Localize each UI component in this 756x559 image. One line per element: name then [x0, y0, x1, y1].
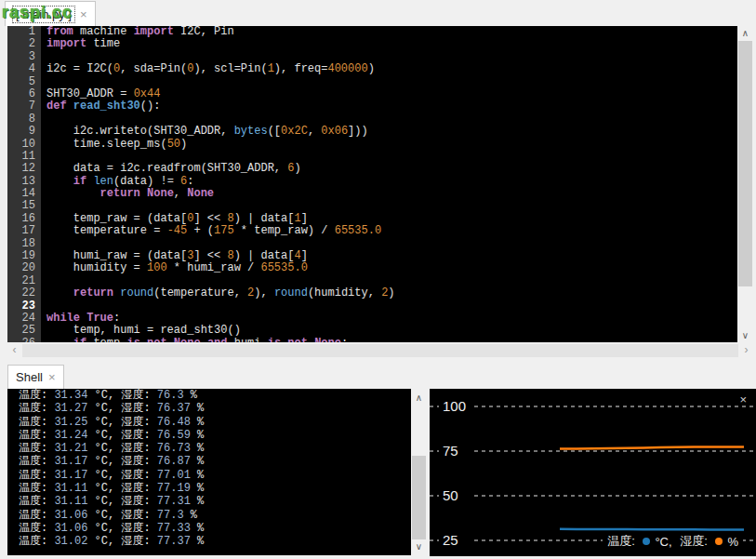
line-number: 12	[7, 163, 41, 175]
line-number: 9	[7, 126, 41, 138]
shell-scroll-down-icon[interactable]: ∨	[411, 539, 427, 553]
line-number: 22	[7, 287, 41, 299]
code-text	[41, 76, 46, 88]
code-text: temp, humi = read_sht30()	[41, 325, 241, 337]
code-text	[41, 300, 46, 313]
code-text: if len(data) != 6:	[41, 176, 193, 188]
tab-shell[interactable]: Shell ×	[7, 365, 64, 389]
code-text	[41, 51, 46, 63]
code-line: 12 data = i2c.readfrom(SHT30_ADDR, 6)	[7, 163, 737, 175]
tab-main-py[interactable]: [ main.py ] ×	[5, 1, 96, 26]
shell-vertical-scrollbar[interactable]: ∧ ∨	[411, 389, 427, 555]
line-number: 2	[7, 38, 41, 50]
code-line: 2import time	[7, 38, 737, 50]
code-line: 24while True:	[7, 313, 737, 325]
code-line: 20 humidity = 100 * humi_raw / 65535.0	[7, 262, 737, 274]
svg-text:75: 75	[443, 443, 458, 459]
code-line: 22 return round(temperature, 2), round(h…	[7, 287, 737, 299]
legend-humidity-label: 湿度:	[680, 533, 710, 550]
line-number: 24	[7, 313, 41, 325]
line-number: 26	[7, 338, 41, 342]
code-text: def read_sht30():	[41, 100, 160, 113]
code-line: 6SHT30_ADDR = 0x44	[7, 88, 737, 100]
shell-line: 温度: 31.34 °C, 湿度: 76.3 %	[7, 389, 411, 402]
shell-line: 温度: 31.06 °C, 湿度: 77.33 %	[7, 522, 411, 535]
code-text: i2c.writeto(SHT30_ADDR, bytes([0x2C, 0x0…	[41, 126, 368, 138]
shell-line: 温度: 31.06 °C, 湿度: 77.3 %	[7, 509, 411, 522]
code-editor[interactable]: 1from machine import I2C, Pin2import tim…	[7, 26, 737, 342]
plotter-close-icon[interactable]: ×	[739, 393, 747, 406]
code-line: 13 if len(data) != 6:	[7, 176, 737, 188]
shell-scroll-up-icon[interactable]: ∧	[411, 391, 427, 405]
line-number: 20	[7, 262, 41, 274]
code-text: humi_raw = (data[3] << 8) | data[4]	[41, 250, 308, 262]
code-line: 17 temperature = -45 + (175 * temp_raw) …	[7, 225, 737, 237]
shell-line: 温度: 31.25 °C, 湿度: 76.48 %	[7, 416, 411, 429]
line-number: 13	[7, 176, 41, 188]
scroll-left-icon[interactable]: ‹	[7, 343, 21, 358]
tab-shell-close-icon[interactable]: ×	[48, 370, 56, 384]
line-number: 19	[7, 250, 41, 262]
tab-main-py-label: [ main.py ]	[13, 7, 74, 22]
code-line: 10 time.sleep_ms(50)	[7, 139, 737, 151]
line-number: 5	[7, 76, 41, 88]
code-text	[41, 238, 46, 250]
code-text: while True:	[41, 313, 120, 325]
scroll-right-icon[interactable]: ›	[739, 343, 753, 358]
legend-humidity-unit: %	[727, 535, 738, 549]
editor-scroll-thumb[interactable]	[738, 41, 752, 286]
code-text: return None, None	[41, 188, 214, 200]
editor-hscroll-thumb[interactable]	[22, 344, 738, 357]
line-number: 3	[7, 51, 41, 63]
plotter-chart: 100755025	[430, 389, 756, 556]
code-line: 4i2c = I2C(0, sda=Pin(0), scl=Pin(1), fr…	[7, 63, 737, 75]
code-line: 11	[7, 151, 737, 163]
svg-text:50: 50	[443, 487, 458, 503]
shell-line: 温度: 31.21 °C, 湿度: 76.73 %	[7, 442, 411, 455]
line-number: 10	[7, 139, 41, 151]
scroll-up-icon[interactable]: ∧	[737, 26, 753, 40]
editor-vertical-scrollbar[interactable]: ∧ ∨	[737, 26, 753, 342]
editor-horizontal-scrollbar[interactable]: ‹ ›	[7, 343, 753, 358]
plotter-legend: 温度: °C, 湿度: %	[603, 533, 743, 550]
shell-output[interactable]: 温度: 31.34 °C, 湿度: 76.3 %温度: 31.27 °C, 湿度…	[7, 389, 411, 555]
code-text: data = i2c.readfrom(SHT30_ADDR, 6)	[41, 163, 301, 175]
code-line: 7def read_sht30():	[7, 100, 737, 113]
svg-text:100: 100	[443, 398, 466, 414]
plotter-panel: × 100755025 温度: °C, 湿度: %	[430, 389, 756, 556]
code-text: humidity = 100 * humi_raw / 65535.0	[41, 262, 308, 274]
line-number: 25	[7, 325, 41, 337]
code-text: temperature = -45 + (175 * temp_raw) / 6…	[41, 225, 381, 237]
code-line: 1from machine import I2C, Pin	[7, 26, 737, 38]
code-text: i2c = I2C(0, sda=Pin(0), scl=Pin(1), fre…	[41, 63, 375, 75]
shell-line: 温度: 31.11 °C, 湿度: 77.19 %	[7, 482, 411, 495]
code-line: 21	[7, 275, 737, 287]
line-number: 23	[7, 300, 41, 313]
code-line: 3	[7, 51, 737, 63]
line-number: 11	[7, 151, 41, 163]
shell-line: 温度: 31.17 °C, 湿度: 76.87 %	[7, 455, 411, 468]
legend-temperature-unit: °C,	[655, 535, 675, 549]
legend-temperature-label: 温度:	[607, 533, 638, 550]
code-line: 9 i2c.writeto(SHT30_ADDR, bytes([0x2C, 0…	[7, 126, 737, 138]
shell-scroll-thumb[interactable]	[412, 456, 426, 539]
code-text: return round(temperature, 2), round(humi…	[41, 287, 395, 299]
code-line: 26 if temp is not None and humi is not N…	[7, 338, 737, 342]
code-line: 16 temp_raw = (data[0] << 8) | data[1]	[7, 213, 737, 225]
shell-line: 温度: 31.27 °C, 湿度: 76.37 %	[7, 402, 411, 415]
code-line: 8	[7, 113, 737, 126]
line-number: 1	[7, 26, 41, 38]
shell-lines: 温度: 31.34 °C, 湿度: 76.3 %温度: 31.27 °C, 湿度…	[7, 389, 411, 549]
tab-shell-label: Shell	[16, 370, 43, 384]
code-text: temp_raw = (data[0] << 8) | data[1]	[41, 213, 308, 225]
line-number: 18	[7, 238, 41, 250]
editor-tab-bar: [ main.py ] × raspi.cc	[0, 0, 756, 26]
code-line: 25 temp, humi = read_sht30()	[7, 325, 737, 337]
tab-main-py-close-icon[interactable]: ×	[80, 7, 87, 21]
code-line: 14 return None, None	[7, 188, 737, 200]
line-number: 8	[7, 113, 41, 126]
code-text: time.sleep_ms(50)	[41, 139, 187, 151]
scroll-down-icon[interactable]: ∨	[737, 328, 753, 342]
shell-line: 温度: 31.17 °C, 湿度: 77.01 %	[7, 469, 411, 482]
line-number: 7	[7, 100, 41, 113]
